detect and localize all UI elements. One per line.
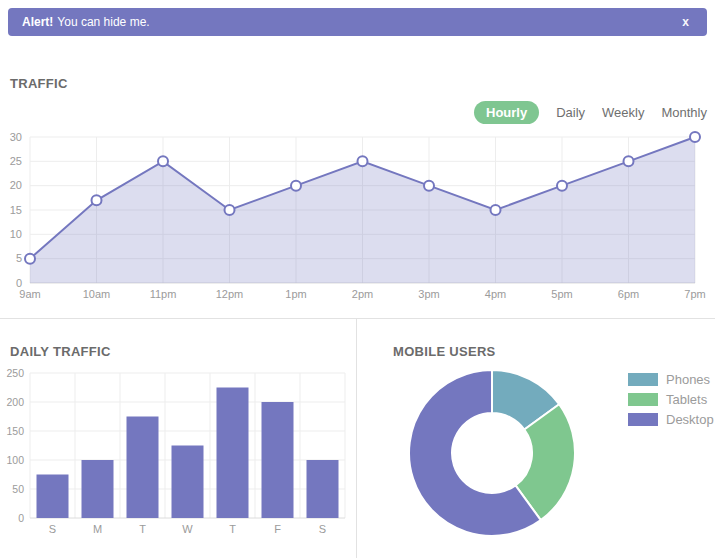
legend-item-tablets: Tablets [628, 392, 714, 407]
svg-text:3pm: 3pm [418, 288, 439, 300]
traffic-section-title: TRAFFIC [10, 76, 68, 91]
svg-text:30: 30 [10, 131, 22, 143]
legend-label-phones: Phones [666, 372, 710, 387]
traffic-line-chart[interactable]: 0510152025309am10am11pm12pm1pm2pm3pm4pm5… [0, 125, 715, 307]
svg-text:0: 0 [16, 277, 22, 289]
svg-text:100: 100 [6, 454, 24, 466]
legend-label-desktop: Desktop [666, 412, 714, 427]
mobile-users-panel: MOBILE USERS Phones Tablets Desktop [357, 319, 715, 558]
svg-text:11pm: 11pm [150, 288, 177, 300]
svg-text:M: M [93, 523, 102, 535]
tablets-swatch-icon [628, 393, 658, 406]
svg-text:F: F [274, 523, 281, 535]
tab-hourly[interactable]: Hourly [474, 101, 539, 124]
svg-text:W: W [182, 523, 193, 535]
svg-text:12pm: 12pm [216, 288, 244, 300]
traffic-section: TRAFFIC Hourly Daily Weekly Monthly 0510… [0, 36, 715, 318]
legend-item-desktop: Desktop [628, 412, 714, 427]
mobile-users-title: MOBILE USERS [393, 344, 496, 359]
svg-text:0: 0 [18, 512, 24, 524]
svg-text:T: T [139, 523, 146, 535]
tab-monthly[interactable]: Monthly [661, 105, 707, 120]
svg-text:7pm: 7pm [684, 288, 705, 300]
svg-text:S: S [49, 523, 56, 535]
traffic-range-tabs: Hourly Daily Weekly Monthly [474, 101, 707, 124]
alert-message: Alert!You can hide me. [22, 15, 150, 29]
svg-text:20: 20 [10, 179, 22, 191]
svg-text:9am: 9am [19, 288, 40, 300]
bottom-panels-row: DAILY TRAFFIC 050100150200250SMTWTFS MOB… [0, 318, 715, 558]
svg-text:250: 250 [6, 367, 24, 379]
svg-text:6pm: 6pm [618, 288, 639, 300]
daily-traffic-bar-chart[interactable]: 050100150200250SMTWTFS [0, 361, 356, 551]
legend-item-phones: Phones [628, 372, 714, 387]
mobile-users-legend: Phones Tablets Desktop [628, 372, 714, 432]
svg-text:2pm: 2pm [352, 288, 373, 300]
daily-traffic-panel: DAILY TRAFFIC 050100150200250SMTWTFS [0, 319, 357, 558]
legend-label-tablets: Tablets [666, 392, 707, 407]
svg-text:4pm: 4pm [485, 288, 506, 300]
phones-swatch-icon [628, 373, 658, 386]
svg-text:10am: 10am [83, 288, 111, 300]
tab-daily[interactable]: Daily [556, 105, 585, 120]
alert-banner: Alert!You can hide me. x [8, 8, 707, 36]
mobile-users-donut-chart[interactable] [402, 363, 582, 543]
svg-text:15: 15 [10, 204, 22, 216]
svg-text:10: 10 [10, 228, 22, 240]
svg-text:T: T [229, 523, 236, 535]
alert-close-button[interactable]: x [678, 13, 693, 31]
svg-text:50: 50 [12, 483, 24, 495]
svg-text:200: 200 [6, 396, 24, 408]
svg-text:5pm: 5pm [551, 288, 572, 300]
svg-text:5: 5 [16, 252, 22, 264]
desktop-swatch-icon [628, 413, 658, 426]
svg-text:25: 25 [10, 155, 22, 167]
alert-message-text: You can hide me. [57, 15, 149, 29]
svg-text:S: S [319, 523, 326, 535]
daily-traffic-title: DAILY TRAFFIC [10, 344, 111, 359]
alert-prefix: Alert! [22, 15, 53, 29]
svg-text:1pm: 1pm [285, 288, 306, 300]
tab-weekly[interactable]: Weekly [602, 105, 644, 120]
svg-text:150: 150 [6, 425, 24, 437]
